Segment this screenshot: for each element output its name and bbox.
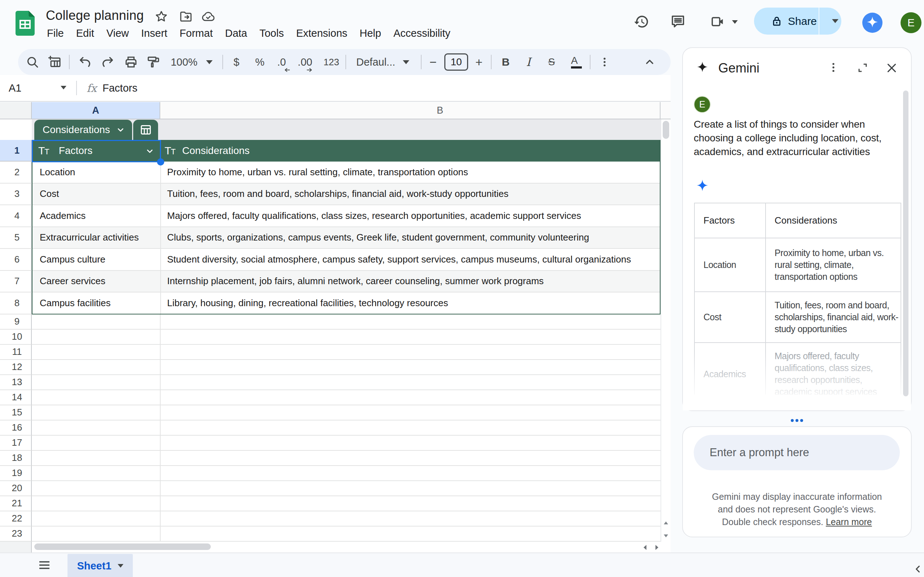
menu-extensions[interactable]: Extensions xyxy=(290,25,353,42)
scroll-left-arrow[interactable] xyxy=(642,544,648,551)
column-header-b[interactable]: B xyxy=(160,102,661,119)
menu-file[interactable]: File xyxy=(41,25,70,42)
menu-help[interactable]: Help xyxy=(353,25,387,42)
cell-factor[interactable]: Cost xyxy=(40,184,59,205)
italic-button[interactable]: I xyxy=(520,49,537,75)
row-header-21[interactable]: 21 xyxy=(0,496,32,511)
row-header-13[interactable]: 13 xyxy=(0,375,32,390)
row-header-19[interactable]: 19 xyxy=(0,466,32,481)
increase-font-size-button[interactable]: + xyxy=(471,49,487,75)
header-cell-b1[interactable]: TT Considerations xyxy=(165,140,250,161)
panel-prompt-input[interactable]: Enter a prompt here xyxy=(694,435,900,470)
toolbar-more-button[interactable] xyxy=(596,49,613,75)
row-header-10[interactable]: 10 xyxy=(0,330,32,345)
cell-factor[interactable]: Extracurricular activities xyxy=(40,227,139,248)
row-header-2[interactable]: 2 xyxy=(0,161,32,184)
selection-fill-handle[interactable] xyxy=(157,158,164,166)
meet-video-icon[interactable] xyxy=(709,14,725,29)
row-header-4[interactable]: 4 xyxy=(0,205,32,227)
print-button[interactable] xyxy=(122,49,140,75)
corner-box[interactable] xyxy=(0,102,32,119)
row-header-12[interactable]: 12 xyxy=(0,360,32,375)
share-button[interactable]: Share xyxy=(754,8,842,35)
menu-format[interactable]: Format xyxy=(174,25,219,42)
table-name-chip[interactable]: Considerations xyxy=(34,120,132,140)
search-button[interactable] xyxy=(24,49,41,75)
menu-tools[interactable]: Tools xyxy=(254,25,290,42)
learn-more-link[interactable]: Learn more xyxy=(826,517,872,527)
insert-table-button[interactable] xyxy=(46,49,63,75)
row-header-20[interactable]: 20 xyxy=(0,481,32,496)
table-menu-chip[interactable] xyxy=(133,120,158,140)
decrease-font-size-button[interactable]: − xyxy=(425,49,441,75)
menu-insert[interactable]: Insert xyxy=(135,25,174,42)
cell-considerations[interactable]: Majors offered, faculty qualifications, … xyxy=(167,205,581,226)
bold-button[interactable]: B xyxy=(497,49,514,75)
strikethrough-button[interactable]: S xyxy=(543,49,560,75)
cell-considerations[interactable]: Internship placement, job fairs, alumni … xyxy=(167,271,544,292)
vertical-scrollbar-thumb[interactable] xyxy=(663,121,669,139)
sheet-tab-caret[interactable] xyxy=(118,564,123,567)
format-percent-button[interactable]: % xyxy=(251,49,268,75)
row-header-7[interactable]: 7 xyxy=(0,271,32,293)
move-folder-icon[interactable] xyxy=(179,10,193,24)
panel-close-icon[interactable] xyxy=(885,61,898,75)
row-header-11[interactable]: 11 xyxy=(0,345,32,360)
avatar[interactable]: E xyxy=(901,12,921,33)
row-header-16[interactable]: 16 xyxy=(0,421,32,436)
meet-caret[interactable] xyxy=(732,20,738,24)
row-header-14[interactable]: 14 xyxy=(0,390,32,405)
scroll-up-arrow[interactable] xyxy=(662,521,670,525)
row-header-15[interactable]: 15 xyxy=(0,405,32,421)
cell-considerations[interactable]: Clubs, sports, organizations, campus eve… xyxy=(167,227,589,248)
cell-factor[interactable]: Academics xyxy=(40,205,86,226)
name-box-caret[interactable] xyxy=(61,86,66,89)
text-color-button[interactable]: A xyxy=(568,49,585,75)
cell-considerations[interactable]: Library, housing, dining, recreational f… xyxy=(167,292,448,314)
page-title[interactable]: College planning xyxy=(46,8,144,23)
comment-icon[interactable] xyxy=(670,14,686,29)
redo-button[interactable] xyxy=(99,49,116,75)
cell-factor[interactable]: Career services xyxy=(40,271,105,292)
sheet-tab-active[interactable]: Sheet1 xyxy=(68,554,133,577)
row-header-1[interactable]: 1 xyxy=(0,140,32,161)
collapse-toolbar-button[interactable] xyxy=(641,49,658,75)
row-header-17[interactable]: 17 xyxy=(0,436,32,451)
cell-factor[interactable]: Campus facilities xyxy=(40,292,111,314)
column-header-a[interactable]: A xyxy=(32,102,160,119)
panel-expand-icon[interactable] xyxy=(856,61,869,74)
row-header-8[interactable]: 8 xyxy=(0,292,32,314)
menu-data[interactable]: Data xyxy=(219,25,253,42)
zoom-select[interactable]: 100% xyxy=(164,49,204,75)
all-sheets-icon[interactable] xyxy=(39,561,50,569)
row-header-23[interactable]: 23 xyxy=(0,527,32,542)
horizontal-scrollbar-thumb[interactable] xyxy=(34,543,211,550)
undo-button[interactable] xyxy=(76,49,94,75)
font-select[interactable]: Defaul... xyxy=(352,49,402,75)
cell-considerations[interactable]: Proximity to home, urban vs. rural setti… xyxy=(167,161,468,183)
row-header-6[interactable]: 6 xyxy=(0,249,32,271)
share-caret[interactable] xyxy=(832,19,838,23)
cell-factor[interactable]: Location xyxy=(40,161,75,183)
menu-view[interactable]: View xyxy=(100,25,135,42)
panel-more-icon[interactable] xyxy=(827,61,840,74)
cell-considerations[interactable]: Tuition, fees, room and board, scholarsh… xyxy=(167,184,509,205)
row-header-5[interactable]: 5 xyxy=(0,227,32,249)
collapse-panel-chevron[interactable] xyxy=(912,563,924,575)
scroll-down-arrow[interactable] xyxy=(662,533,670,538)
cloud-saved-icon[interactable] xyxy=(201,10,215,24)
panel-scrollbar-thumb[interactable] xyxy=(903,90,908,396)
decrease-decimal-button[interactable]: .0 xyxy=(271,49,292,75)
name-box[interactable]: A1 xyxy=(9,75,21,101)
horizontal-scrollbar[interactable] xyxy=(0,542,670,553)
row-header-3[interactable]: 3 xyxy=(0,184,32,206)
increase-decimal-button[interactable]: .00 xyxy=(295,49,315,75)
format-123-button[interactable]: 123 xyxy=(320,49,342,75)
row-header-18[interactable]: 18 xyxy=(0,451,32,466)
menu-accessibility[interactable]: Accessibility xyxy=(387,25,457,42)
row-header-22[interactable]: 22 xyxy=(0,511,32,527)
menu-edit[interactable]: Edit xyxy=(70,25,100,42)
font-size-input[interactable]: 10 xyxy=(444,53,468,71)
formula-input[interactable]: Factors xyxy=(102,75,137,101)
cell-considerations[interactable]: Student diversity, social atmosphere, ca… xyxy=(167,249,631,270)
